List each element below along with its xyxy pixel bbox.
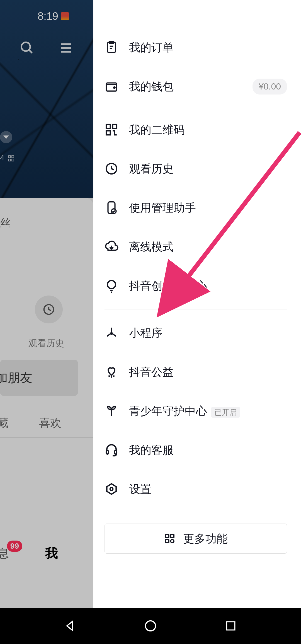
- menu-label: 小程序: [129, 325, 287, 341]
- menu-label: 抖音创作者中心: [129, 278, 287, 294]
- more-features-button[interactable]: 更多功能: [105, 524, 287, 554]
- qrcode-icon: [105, 123, 118, 137]
- headset-icon: [105, 443, 118, 457]
- menu-label: 青少年守护中心已开启: [129, 403, 240, 419]
- dim-overlay[interactable]: [0, 0, 93, 608]
- menu-label: 我的二维码: [129, 122, 287, 137]
- menu-usage-manager[interactable]: 使用管理助手: [105, 188, 287, 227]
- hexagon-settings-icon: [105, 482, 118, 496]
- svg-rect-35: [166, 534, 169, 538]
- menu-settings[interactable]: 设置: [105, 469, 287, 509]
- svg-point-34: [110, 488, 113, 490]
- system-nav-bar: [0, 608, 301, 644]
- svg-point-42: [145, 621, 156, 631]
- menu-charity[interactable]: 抖音公益: [105, 352, 287, 391]
- menu-label: 使用管理助手: [129, 200, 287, 216]
- svg-point-27: [111, 333, 112, 334]
- svg-rect-16: [113, 124, 117, 129]
- home-button[interactable]: [142, 618, 159, 634]
- svg-marker-41: [67, 621, 72, 630]
- menu-label: 设置: [129, 481, 287, 497]
- sprout-icon: [105, 404, 118, 418]
- more-label: 更多功能: [183, 531, 228, 546]
- svg-rect-32: [114, 451, 116, 454]
- menu-label: 观看历史: [129, 161, 287, 176]
- menu-my-wallet[interactable]: 我的钱包 ¥0.00: [105, 67, 287, 106]
- svg-rect-17: [106, 131, 110, 135]
- side-drawer: 我的订单 我的钱包 ¥0.00 我的二维码 观看历史 使用: [93, 0, 301, 608]
- menu-my-orders[interactable]: 我的订单: [105, 28, 287, 67]
- menu-label: 我的订单: [129, 40, 287, 55]
- menu-watch-history[interactable]: 观看历史: [105, 149, 287, 188]
- clipboard-icon: [105, 40, 118, 54]
- svg-point-21: [107, 280, 115, 289]
- menu-offline-mode[interactable]: 离线模式: [105, 227, 287, 266]
- clock-icon: [105, 162, 118, 176]
- menu-label: 我的钱包: [129, 79, 253, 94]
- download-cloud-icon: [105, 240, 118, 254]
- svg-rect-36: [171, 534, 174, 538]
- phone-check-icon: [105, 201, 118, 215]
- svg-rect-37: [166, 539, 169, 543]
- lightbulb-icon: [105, 279, 118, 293]
- menu-label: 离线模式: [129, 239, 287, 255]
- wallet-amount: ¥0.00: [253, 79, 287, 95]
- svg-point-38: [171, 539, 174, 543]
- menu-label: 我的客服: [129, 442, 287, 458]
- menu-creator-center[interactable]: 抖音创作者中心: [105, 266, 287, 305]
- svg-point-14: [114, 87, 115, 88]
- wallet-icon: [105, 79, 118, 93]
- menu-label: 抖音公益: [129, 364, 287, 380]
- svg-rect-31: [106, 451, 108, 454]
- svg-rect-43: [227, 622, 235, 630]
- svg-marker-33: [107, 484, 116, 494]
- miniapp-icon: [105, 326, 118, 340]
- heart-rain-icon: [105, 365, 118, 379]
- svg-rect-15: [106, 124, 110, 129]
- menu-youth-protection[interactable]: 青少年守护中心已开启: [105, 391, 287, 430]
- back-button[interactable]: [62, 618, 78, 634]
- menu-qrcode[interactable]: 我的二维码: [105, 110, 287, 149]
- menu-customer-service[interactable]: 我的客服: [105, 430, 287, 469]
- menu-miniapp[interactable]: 小程序: [105, 313, 287, 352]
- grid-icon: [164, 533, 175, 544]
- youth-status-tag: 已开启: [211, 407, 240, 418]
- recent-apps-button[interactable]: [223, 618, 239, 634]
